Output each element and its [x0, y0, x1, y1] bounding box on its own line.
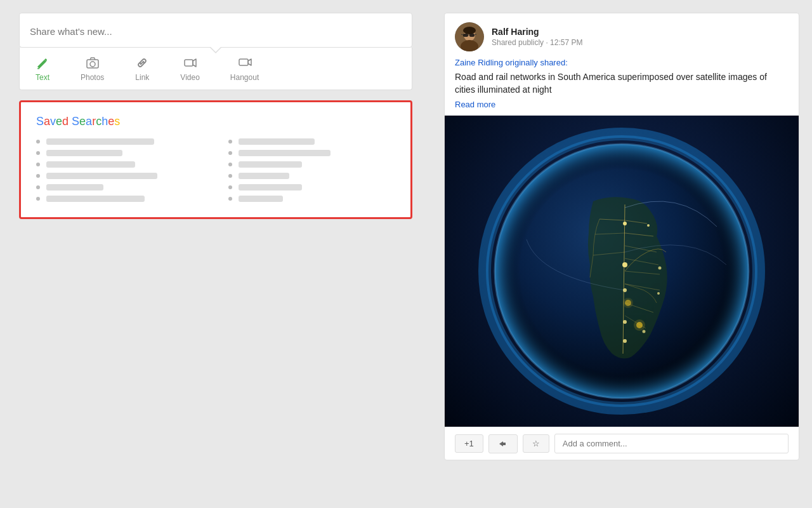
bullet-icon	[228, 174, 232, 178]
link-icon	[134, 55, 150, 70]
bullet-icon	[36, 174, 40, 178]
search-bar	[239, 138, 315, 145]
toolbar-text-label: Text	[36, 73, 49, 82]
attribution-author[interactable]: Zaine Ridling	[455, 58, 503, 67]
search-bar	[239, 150, 331, 156]
saved-searches-box: Saved Searches	[19, 100, 412, 219]
svg-rect-4	[185, 60, 193, 66]
search-bar	[239, 184, 302, 190]
search-bar	[239, 196, 283, 202]
toolbar-photos-label: Photos	[81, 73, 104, 82]
pencil-icon	[35, 55, 50, 70]
post-actions: +1 ☆	[445, 427, 799, 460]
list-item[interactable]	[228, 196, 395, 202]
plus-one-label: +1	[464, 439, 474, 448]
post-card: Ralf Haring Shared publicly · 12:57 PM Z…	[444, 13, 799, 460]
share-button[interactable]	[488, 434, 518, 453]
post-title: Road and rail networks in South America …	[455, 71, 789, 96]
share-box-arrow-inner	[210, 46, 221, 52]
saved-searches-columns	[36, 138, 395, 202]
meta-dot: ·	[546, 38, 547, 47]
post-attribution: Zaine Ridling originally shared:	[455, 58, 789, 67]
search-bar	[239, 173, 289, 179]
saved-searches-col-1	[36, 138, 203, 202]
bullet-icon	[228, 197, 232, 201]
toolbar-hangout-label: Hangout	[230, 73, 259, 82]
post-time: 12:57 PM	[550, 38, 582, 47]
list-item[interactable]	[36, 161, 203, 168]
search-bar	[46, 150, 122, 156]
originally-shared: originally shared:	[506, 58, 568, 67]
avatar	[455, 22, 484, 51]
share-box: Text Photos	[19, 13, 412, 90]
bullet-icon	[36, 185, 40, 189]
list-item[interactable]	[36, 184, 203, 190]
list-item[interactable]	[228, 138, 395, 145]
svg-rect-12	[463, 34, 468, 37]
list-item[interactable]	[36, 173, 203, 179]
svg-marker-5	[193, 59, 196, 67]
share-input[interactable]	[30, 21, 402, 47]
bullet-icon	[36, 151, 40, 155]
bullet-icon	[36, 197, 40, 201]
list-item[interactable]	[36, 150, 203, 156]
svg-point-11	[463, 27, 476, 34]
list-item[interactable]	[36, 196, 203, 202]
share-icon	[498, 439, 508, 449]
search-bar	[46, 173, 157, 179]
search-bar	[46, 196, 145, 202]
shared-publicly: Shared publicly	[492, 38, 544, 47]
search-bar	[239, 161, 302, 168]
toolbar-link[interactable]: Link	[119, 51, 165, 86]
read-more-link[interactable]: Read more	[455, 100, 789, 109]
post-author-info: Ralf Haring Shared publicly · 12:57 PM	[492, 27, 789, 47]
list-item[interactable]	[36, 138, 203, 145]
comment-input[interactable]	[554, 434, 789, 453]
svg-rect-13	[469, 34, 475, 37]
post-meta: Shared publicly · 12:57 PM	[492, 38, 789, 47]
search-bar	[46, 161, 135, 168]
globe-svg	[476, 125, 768, 417]
video-icon	[183, 55, 198, 70]
svg-point-2	[90, 62, 95, 67]
list-item[interactable]	[228, 173, 395, 179]
bullet-icon	[36, 140, 40, 144]
post-header: Ralf Haring Shared publicly · 12:57 PM	[445, 13, 799, 58]
left-panel: Text Photos	[0, 0, 431, 508]
list-item[interactable]	[228, 184, 395, 190]
bullet-icon	[228, 151, 232, 155]
hangout-icon	[237, 55, 252, 70]
toolbar-hangout[interactable]: Hangout	[215, 51, 274, 86]
right-panel: Ralf Haring Shared publicly · 12:57 PM Z…	[431, 0, 812, 508]
toolbar-photos[interactable]: Photos	[65, 51, 119, 86]
post-author-name[interactable]: Ralf Haring	[492, 27, 789, 37]
bullet-icon	[228, 140, 232, 144]
toolbar-video-label: Video	[180, 73, 199, 82]
star-icon: ☆	[532, 439, 540, 448]
search-bar	[46, 138, 154, 145]
bullet-icon	[228, 185, 232, 189]
list-item[interactable]	[228, 150, 395, 156]
svg-point-48	[495, 144, 749, 398]
toolbar-video[interactable]: Video	[165, 51, 214, 86]
post-image	[445, 116, 799, 427]
bullet-icon	[228, 163, 232, 166]
toolbar-link-label: Link	[135, 73, 149, 82]
saved-searches-col-2	[228, 138, 395, 202]
list-item[interactable]	[228, 161, 395, 168]
toolbar-text[interactable]: Text	[20, 51, 65, 86]
camera-icon	[85, 55, 100, 70]
search-bar	[46, 184, 103, 190]
post-type-toolbar: Text Photos	[19, 48, 412, 90]
bullet-icon	[36, 163, 40, 166]
saved-searches-title: Saved Searches	[36, 115, 395, 128]
svg-marker-7	[248, 59, 251, 65]
star-button[interactable]: ☆	[523, 434, 549, 453]
post-body: Zaine Ridling originally shared: Road an…	[445, 58, 799, 116]
plus-one-button[interactable]: +1	[455, 434, 483, 453]
svg-rect-6	[239, 59, 248, 65]
share-box-input-area	[19, 13, 412, 48]
